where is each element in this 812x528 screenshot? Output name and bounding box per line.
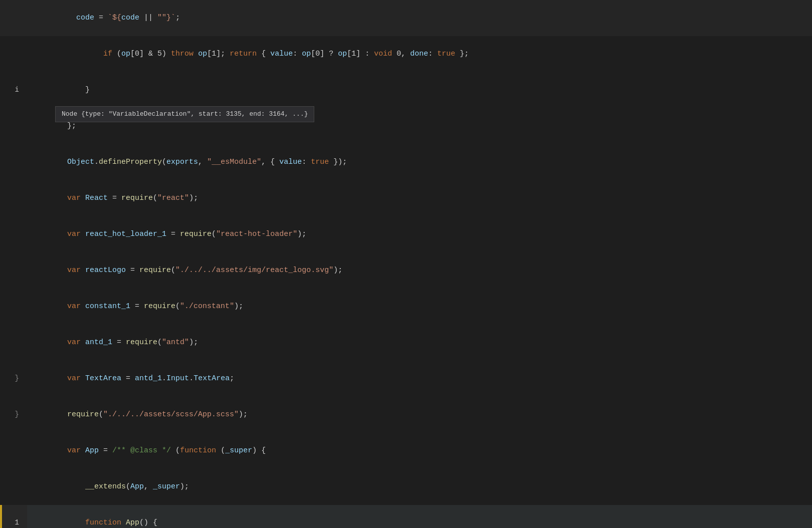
token: _super <box>153 482 180 491</box>
token: [0] ? <box>311 50 338 58</box>
token: , <box>198 158 207 166</box>
code-text: function App() { <box>27 505 812 528</box>
token: [0] & 5) <box>130 50 171 58</box>
code-line: Object.defineProperty(exports, "__esModu… <box>0 144 812 180</box>
token: require <box>139 266 171 275</box>
token: ( <box>175 302 180 311</box>
line-number <box>2 36 27 72</box>
line-number-active: 1 <box>2 505 27 528</box>
token: Object <box>67 158 94 166</box>
token: = <box>94 14 108 22</box>
token: TextArea <box>193 374 230 383</box>
token: : <box>293 50 302 58</box>
token: "react-hot-loader" <box>216 230 297 238</box>
token: constant_1 <box>85 302 130 311</box>
code-line: } var TextArea = antd_1.Input.TextArea; <box>0 361 812 397</box>
token: var <box>67 374 81 383</box>
code-text: var constant_1 = require("./constant"); <box>27 289 812 325</box>
line-number <box>2 144 27 180</box>
token: TextArea <box>85 374 121 383</box>
code-line-tooltip: i } Node {type: "VariableDeclaration", s… <box>0 72 812 108</box>
token: ); <box>239 410 248 419</box>
token: value <box>279 158 302 166</box>
code-line: var App = /** @class */ (function (_supe… <box>0 433 812 469</box>
code-line: if (op[0] & 5) throw op[1]; return { val… <box>0 36 812 72</box>
token: ); <box>333 266 342 275</box>
token: require <box>67 410 99 419</box>
token: var <box>67 338 81 347</box>
token: = <box>130 302 144 311</box>
token: throw <box>171 50 193 58</box>
token: require <box>180 230 212 238</box>
code-line: var React = require("react"); <box>0 180 812 216</box>
token: true <box>311 158 329 166</box>
line-number: } <box>2 397 27 433</box>
code-line-active: 1 function App() { <box>0 505 812 528</box>
token: , { <box>261 158 279 166</box>
token: "antd" <box>162 338 189 347</box>
token: 0, <box>392 50 410 58</box>
token: ; <box>230 374 234 383</box>
code-text: var React = require("react"); <box>27 180 812 216</box>
code-line: }; <box>0 108 812 144</box>
token: = <box>99 446 112 455</box>
line-number <box>2 108 27 144</box>
line-number <box>2 289 27 325</box>
token: }; <box>455 50 469 58</box>
token <box>121 518 126 527</box>
token: var <box>67 194 81 202</box>
token: code <box>67 14 94 22</box>
token: () { <box>139 518 157 527</box>
token: "./../../assets/scss/App.scss" <box>103 410 239 419</box>
token: = <box>121 374 135 383</box>
code-text: var react_hot_loader_1 = require("react-… <box>27 216 812 252</box>
line-number: } <box>2 361 27 397</box>
token: ( <box>99 410 103 419</box>
line-number <box>2 0 27 36</box>
token: App <box>85 446 99 455</box>
token: var <box>67 266 81 275</box>
token: exports <box>166 158 198 166</box>
token: = <box>166 230 180 238</box>
token <box>81 374 85 383</box>
token: { <box>257 50 270 58</box>
token: [1] : <box>347 50 374 58</box>
token: ( <box>171 446 180 455</box>
token: ); <box>189 194 198 202</box>
token: /** @class */ <box>112 446 171 455</box>
code-text: var TextArea = antd_1.Input.TextArea; <box>27 361 812 397</box>
token: . <box>94 158 99 166</box>
token <box>81 266 85 275</box>
token <box>67 50 103 58</box>
token: }` <box>166 14 175 22</box>
token: code <box>121 14 139 22</box>
token: ( <box>216 446 225 455</box>
token: "./../../assets/img/react_logo.svg" <box>175 266 333 275</box>
token: require <box>144 302 175 311</box>
code-line: __extends(App, _super); <box>0 469 812 505</box>
token: op <box>198 50 207 58</box>
token: var <box>67 302 81 311</box>
code-text: var reactLogo = require("./../../assets/… <box>27 252 812 289</box>
token: value <box>270 50 293 58</box>
token: ( <box>112 50 121 58</box>
token: }); <box>329 158 347 166</box>
token: ( <box>157 338 162 347</box>
token: ) { <box>252 446 266 455</box>
code-line: } require("./../../assets/scss/App.scss"… <box>0 397 812 433</box>
token: ( <box>126 482 130 491</box>
code-text: __extends(App, _super); <box>27 469 812 505</box>
token: ); <box>297 230 306 238</box>
token: op <box>302 50 311 58</box>
token: "./constant" <box>180 302 234 311</box>
code-line: var constant_1 = require("./constant"); <box>0 289 812 325</box>
token: = <box>108 194 121 202</box>
token: if <box>103 50 112 58</box>
token: op <box>338 50 347 58</box>
code-text: if (op[0] & 5) throw op[1]; return { val… <box>27 36 812 72</box>
code-line: var react_hot_loader_1 = require("react-… <box>0 216 812 252</box>
token: ); <box>180 482 189 491</box>
token: : <box>302 158 311 166</box>
code-text: var App = /** @class */ (function (_supe… <box>27 433 812 469</box>
token: "__esModule" <box>207 158 261 166</box>
